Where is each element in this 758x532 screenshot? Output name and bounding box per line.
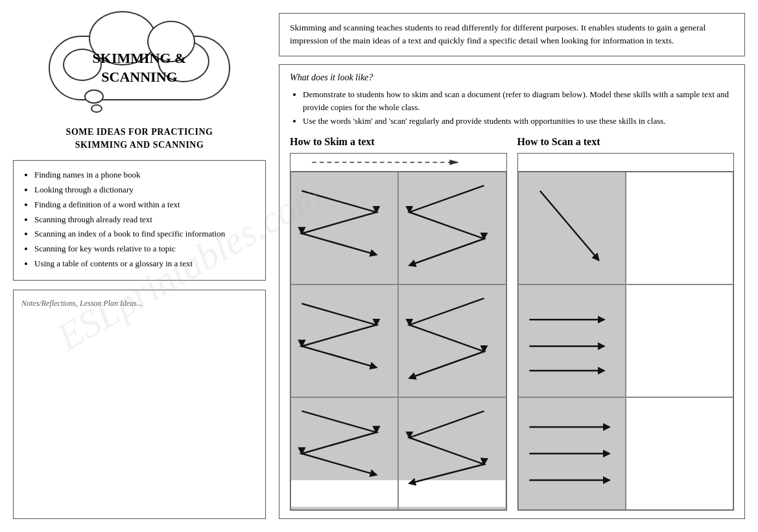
idea-item: Looking through a dictionary — [34, 183, 256, 197]
skim-arrows-3-1 — [291, 398, 397, 509]
skim-arrows-1-2 — [399, 172, 505, 284]
thought-bubble-2 — [91, 104, 102, 113]
scan-cell-2-1 — [518, 284, 626, 397]
skim-cell-3-1 — [290, 397, 398, 510]
svg-rect-1 — [291, 480, 397, 507]
right-column: Skimming and scanning teaches students t… — [279, 13, 745, 519]
skim-grid — [290, 153, 507, 511]
what-box: What does it look like? Demonstrate to s… — [279, 64, 745, 520]
thought-bubble-1 — [84, 89, 104, 104]
skim-top-bar — [290, 154, 506, 172]
idea-item: Scanning through already read text — [34, 213, 256, 227]
scan-cell-1-1 — [518, 172, 626, 284]
svg-rect-2 — [399, 480, 505, 507]
notes-label: Notes/Reflections, Lesson Plan Ideas... — [21, 299, 143, 308]
main-title: SKIMMING & SCANNING — [93, 49, 187, 86]
skim-arrows-2-2 — [399, 285, 505, 397]
idea-item: Finding a definition of a word within a … — [34, 198, 256, 212]
svg-line-3 — [539, 191, 598, 260]
subtitle: SOME IDEAS FOR PRACTICING SKIMMING AND S… — [13, 126, 266, 151]
skim-arrows-3-2 — [399, 398, 505, 509]
scan-arrows-3-1 — [519, 398, 625, 509]
ideas-list: Finding names in a phone bookLooking thr… — [23, 168, 256, 271]
skim-cell-2-2 — [398, 284, 506, 397]
cloud-container: SKIMMING & SCANNING — [13, 13, 266, 117]
intro-box: Skimming and scanning teaches students t… — [279, 13, 745, 56]
what-label: What does it look like? — [290, 73, 734, 83]
intro-text: Skimming and scanning teaches students t… — [290, 23, 705, 45]
what-bullet-item: Use the words 'skim' and 'scan' regularl… — [303, 115, 734, 128]
skim-cell-3-2 — [398, 397, 506, 510]
cloud-shape: SKIMMING & SCANNING — [49, 36, 230, 100]
page: SKIMMING & SCANNING SOME IDEAS FOR PRACT… — [13, 13, 745, 519]
scan-cell-2-2 — [626, 284, 733, 397]
idea-item: Finding names in a phone book — [34, 168, 256, 182]
idea-item: Scanning for key words relative to a top… — [34, 242, 256, 256]
skim-cell-1-2 — [398, 172, 506, 284]
diagrams-row: How to Skim a text — [290, 136, 734, 511]
idea-item: Using a table of contents or a glossary … — [34, 257, 256, 271]
what-bullet-item: Demonstrate to students how to skim and … — [303, 88, 734, 115]
scan-cell-3-2 — [626, 397, 733, 510]
skim-arrows-1-1 — [291, 172, 397, 284]
scan-grid — [517, 153, 735, 511]
skim-cell-2-1 — [290, 284, 398, 397]
left-column: SKIMMING & SCANNING SOME IDEAS FOR PRACT… — [13, 13, 266, 519]
scan-cell-1-2 — [626, 172, 733, 284]
scan-title: How to Scan a text — [517, 136, 735, 148]
scan-section: How to Scan a text — [517, 136, 735, 511]
skim-cell-1-1 — [290, 172, 398, 284]
scan-top-bar — [518, 154, 734, 172]
ideas-box: Finding names in a phone bookLooking thr… — [13, 160, 266, 281]
scan-arrows-1-1 — [519, 172, 625, 284]
scan-cell-3-1 — [518, 397, 626, 510]
notes-box: Notes/Reflections, Lesson Plan Ideas... — [13, 290, 266, 519]
idea-item: Scanning an index of a book to find spec… — [34, 227, 256, 241]
what-bullets-list: Demonstrate to students how to skim and … — [290, 88, 734, 128]
skim-top-arrow — [290, 154, 506, 171]
scan-arrows-2-1 — [519, 285, 625, 397]
skim-section: How to Skim a text — [290, 136, 507, 511]
skim-arrows-2-1 — [291, 285, 397, 397]
skim-title: How to Skim a text — [290, 136, 507, 148]
